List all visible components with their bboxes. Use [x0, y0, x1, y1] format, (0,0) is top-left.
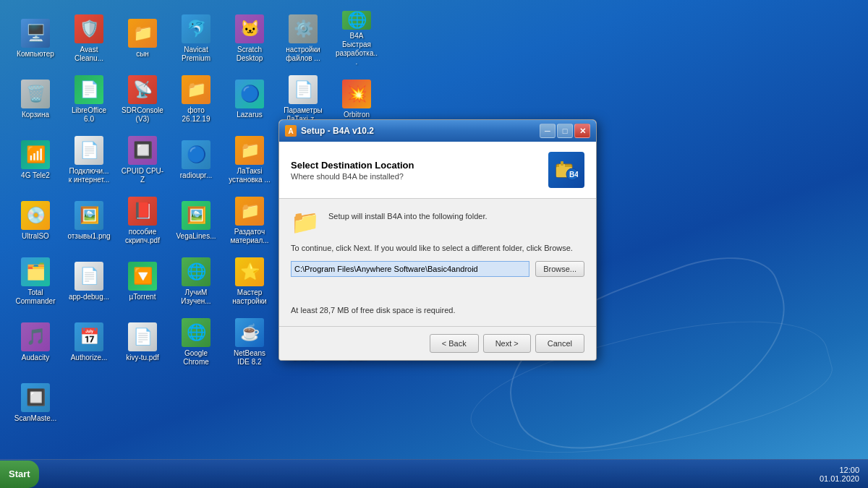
cancel-button[interactable]: Cancel — [535, 334, 584, 353]
icon-img-trash: 🗑️ — [21, 80, 50, 108]
browse-button[interactable]: Browse... — [535, 261, 584, 277]
desktop-icon-manual[interactable]: 📕пособие скрипч.pdf — [118, 193, 167, 248]
desktop-icon-scratch[interactable]: 🐱Scratch Desktop — [225, 11, 274, 66]
desktop-icon-trash[interactable]: 🗑️Корзина — [11, 72, 60, 127]
desktop-icon-params[interactable]: 📄Параметры ЛаТаxi-z... — [278, 72, 328, 127]
folder-info: 📁 Setup will install B4A into the follow… — [291, 210, 584, 234]
desktop-icon-audacity[interactable]: 🎵Audacity — [11, 314, 60, 369]
title-buttons: ─ □ ✕ — [540, 124, 590, 138]
dialog-overlay: A Setup - B4A v10.2 ─ □ ✕ Select Destina… — [278, 119, 597, 361]
minimize-button[interactable]: ─ — [540, 124, 556, 138]
icon-label-chrome-luch: ЛучиМ Изучен... — [174, 288, 218, 306]
icon-img-scratch: 🐱 — [235, 14, 264, 43]
desktop-icon-syn[interactable]: 📁сын — [118, 11, 167, 66]
setup-dialog: A Setup - B4A v10.2 ─ □ ✕ Select Destina… — [278, 119, 597, 361]
icon-label-netbeans: NetBeans IDE 8.2 — [228, 349, 271, 367]
desktop-icon-radioupr[interactable]: 🔵radioupr... — [171, 132, 221, 187]
desktop-icon-netbeans[interactable]: ☕NetBeans IDE 8.2 — [225, 314, 274, 369]
icon-label-lazarus: Lazarus — [237, 111, 263, 119]
path-row: Browse... — [291, 261, 584, 277]
icon-img-avast: 🛡️ — [75, 14, 103, 43]
icon-label-ultiso: UltralSO — [22, 232, 49, 241]
icon-label-vega: VegaLines... — [176, 232, 216, 241]
icon-img-review: 🖼️ — [75, 201, 103, 230]
icon-img-params: 📄 — [289, 75, 318, 104]
desktop-icon-utorrent[interactable]: 🔽µTorrent — [118, 254, 167, 309]
icon-label-scratch: Scratch Desktop — [228, 46, 271, 63]
desktop-icon-sdr[interactable]: 📡SDRConsole (V3) — [118, 72, 167, 127]
icon-label-review: отзывы1.png — [67, 232, 110, 241]
close-button[interactable]: ✕ — [574, 124, 590, 138]
taskbar-clock: 12:0001.01.2020 — [811, 466, 868, 483]
dialog-header: Select Destination Location Where should… — [279, 142, 596, 199]
desktop-icon-appdebug[interactable]: 📄app-debug... — [64, 254, 114, 309]
icon-img-connect: 📄 — [75, 136, 103, 165]
desktop-icon-connect[interactable]: 📄Подключи... к интернет... — [64, 132, 114, 187]
icon-label-settings-files: настройки файлов ... — [281, 46, 325, 63]
icon-label-cpuid: CPUID CPU-Z — [121, 167, 164, 184]
desktop-icon-latai[interactable]: 📁ЛаТакsi установка ... — [225, 132, 274, 187]
icon-img-appdebug: 📄 — [75, 262, 103, 291]
title-bar: A Setup - B4A v10.2 ─ □ ✕ — [279, 120, 596, 142]
icon-img-latai: 📁 — [235, 136, 264, 165]
icon-img-orbitron: 💥 — [342, 80, 371, 108]
desktop-icon-settings-files[interactable]: ⚙️настройки файлов ... — [278, 11, 328, 66]
dialog-header-text: Select Destination Location Where should… — [291, 160, 414, 181]
desktop-icon-lazarus[interactable]: 🔵Lazarus — [225, 72, 274, 127]
icon-img-scanmaster: 🔲 — [21, 383, 50, 412]
icon-label-total: Total Commander — [14, 288, 57, 306]
icon-img-radioupr: 🔵 — [182, 140, 210, 169]
desktop-icon-ultiso[interactable]: 💿UltralSO — [11, 193, 60, 248]
desktop-icon-libreoffice[interactable]: 📄LibreOffice 6.0 — [64, 72, 114, 127]
icon-label-kivy: kivy-tu.pdf — [126, 354, 159, 362]
icon-img-netbeans: ☕ — [235, 318, 264, 347]
maximize-button[interactable]: □ — [557, 124, 573, 138]
desktop-icon-googlechrome[interactable]: 🌐Google Chrome — [171, 314, 221, 369]
desktop-icon-review[interactable]: 🖼️отзывы1.png — [64, 193, 114, 248]
icon-label-googlechrome: Google Chrome — [174, 349, 218, 367]
icon-img-vega: 🖼️ — [182, 201, 210, 230]
dialog-app-icon: A — [285, 125, 297, 137]
start-button[interactable]: Start — [0, 461, 39, 488]
desktop-icon-photo[interactable]: 📁фото 26.12.19 — [171, 72, 221, 127]
icon-label-audacity: Audacity — [22, 354, 49, 362]
icon-label-connect: Подключи... к интернет... — [67, 167, 111, 184]
desktop-icon-orbitron[interactable]: 💥Orbitron — [332, 72, 381, 127]
svg-rect-3 — [561, 161, 563, 166]
icon-img-photo: 📁 — [182, 75, 210, 104]
desktop-icon-chrome-luch[interactable]: 🌐ЛучиМ Изучен... — [171, 254, 221, 309]
icon-img-audacity: 🎵 — [21, 322, 50, 351]
continue-instruction: To continue, click Next. If you would li… — [291, 244, 584, 252]
desktop-icon-4g[interactable]: 📶4G Tele2 — [11, 132, 60, 187]
desktop-icon-authorize[interactable]: 📅Authorize... — [64, 314, 114, 369]
icon-img-ultiso: 💿 — [21, 201, 50, 230]
desktop-icon-avast[interactable]: 🛡️Avast Cleanu... — [64, 11, 114, 66]
icon-img-sdr: 📡 — [128, 75, 157, 104]
desktop-icon-b4a[interactable]: 🌐B4A Быстрая разработка... — [332, 11, 381, 66]
icon-img-syn: 📁 — [128, 19, 157, 48]
desktop-icon-scanmaster[interactable]: 🔲ScanMaste... — [11, 375, 60, 430]
desktop-icon-computer[interactable]: 🖥️Компьютер — [11, 11, 60, 66]
icon-label-syn: сын — [136, 50, 149, 59]
icon-img-cpuid: 🔲 — [128, 136, 157, 165]
dialog-header-icon: B4A — [548, 152, 584, 188]
icon-label-manual: пособие скрипч.pdf — [121, 228, 164, 245]
folder-icon: 📁 — [291, 210, 320, 234]
icon-img-chrome-luch: 🌐 — [182, 257, 210, 286]
desktop-icon-total[interactable]: 🗂️Total Commander — [11, 254, 60, 309]
desktop-icon-vega[interactable]: 🖼️VegaLines... — [171, 193, 221, 248]
desktop-icon-distribute[interactable]: 📁Раздаточ материал... — [225, 193, 274, 248]
icon-label-orbitron: Orbitron — [344, 111, 370, 119]
install-path-input[interactable] — [291, 261, 529, 277]
desktop-icon-kivy[interactable]: 📄kivy-tu.pdf — [118, 314, 167, 369]
desktop-icon-master[interactable]: ⭐Мастер настройки — [225, 254, 274, 309]
desktop-icon-navicat[interactable]: 🐬Navicat Premium — [171, 11, 221, 66]
icon-label-scanmaster: ScanMaste... — [14, 414, 56, 423]
back-button[interactable]: < Back — [430, 334, 479, 353]
taskbar: Start 12:0001.01.2020 — [0, 459, 868, 488]
icon-label-photo: фото 26.12.19 — [174, 106, 218, 124]
desktop-icon-cpuid[interactable]: 🔲CPUID CPU-Z — [118, 132, 167, 187]
next-button[interactable]: Next > — [483, 334, 531, 353]
svg-text:B4A: B4A — [569, 171, 578, 179]
dialog-title: Setup - B4A v10.2 — [301, 126, 374, 136]
